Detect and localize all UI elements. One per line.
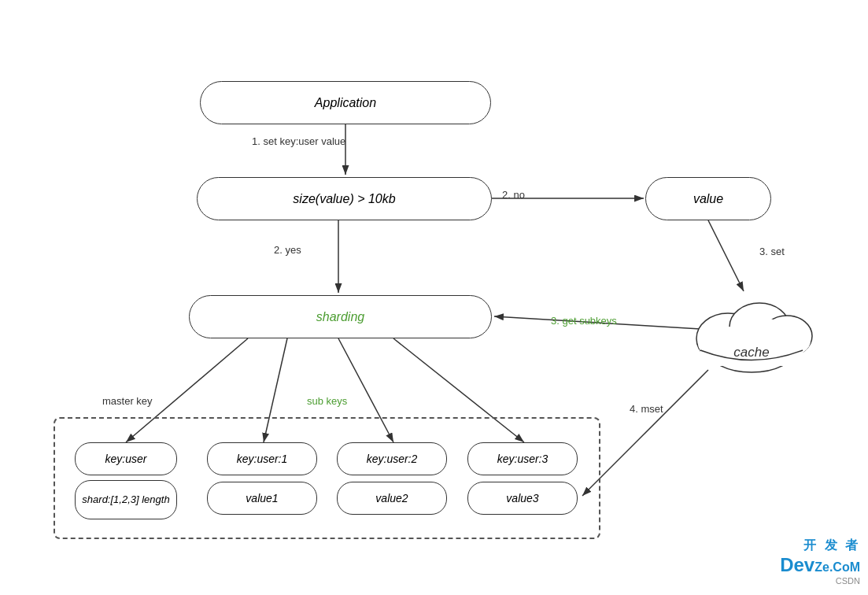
value2-label: value2 — [375, 492, 408, 504]
condition-label: size(value) > 10kb — [293, 192, 395, 206]
value-label: value — [693, 192, 723, 206]
key-user3-node: key:user:3 — [467, 442, 578, 475]
watermark: 开 发 者 DevZe.CoM CSDN — [780, 538, 860, 586]
key-user-node: key:user — [75, 442, 177, 475]
watermark-line1: 开 发 者 — [780, 538, 860, 554]
watermark-line3: CSDN — [780, 576, 860, 586]
value1-label: value1 — [246, 492, 278, 504]
cache-cloud: cache — [685, 279, 818, 382]
value1-node: value1 — [207, 482, 317, 515]
key-user3-label: key:user:3 — [497, 453, 549, 465]
key-user-label: key:user — [105, 453, 147, 465]
svg-text:cache: cache — [733, 345, 769, 360]
dashed-box — [54, 417, 600, 539]
step2-yes-label: 2. yes — [274, 244, 301, 256]
key-user1-label: key:user:1 — [237, 453, 288, 465]
value3-label: value3 — [506, 492, 538, 504]
step4-mset-label: 4. mset — [630, 403, 663, 415]
step1-label: 1. set key:user value — [252, 135, 345, 147]
diagram: Application 1. set key:user value size(v… — [0, 0, 868, 595]
condition-node: size(value) > 10kb — [197, 177, 492, 220]
svg-line-10 — [582, 370, 708, 496]
watermark-line2: DevZe.CoM — [780, 554, 860, 576]
step3-set-label: 3. set — [759, 246, 785, 257]
shard-info-label: shard:[1,2,3] length — [82, 493, 169, 507]
step3-get-label: 3. get subkeys — [551, 315, 617, 327]
application-node: Application — [200, 81, 491, 124]
sharding-node: sharding — [189, 295, 492, 338]
value3-node: value3 — [467, 482, 578, 515]
key-user2-node: key:user:2 — [337, 442, 447, 475]
value2-node: value2 — [337, 482, 447, 515]
shard-info-node: shard:[1,2,3] length — [75, 480, 177, 519]
sub-keys-label: sub keys — [307, 395, 347, 407]
sharding-label: sharding — [316, 310, 364, 324]
value-node: value — [645, 177, 771, 220]
key-user1-node: key:user:1 — [207, 442, 317, 475]
application-label: Application — [315, 96, 376, 110]
step2-no-label: 2. no — [502, 189, 525, 201]
master-key-label: master key — [102, 395, 153, 407]
key-user2-label: key:user:2 — [367, 453, 418, 465]
